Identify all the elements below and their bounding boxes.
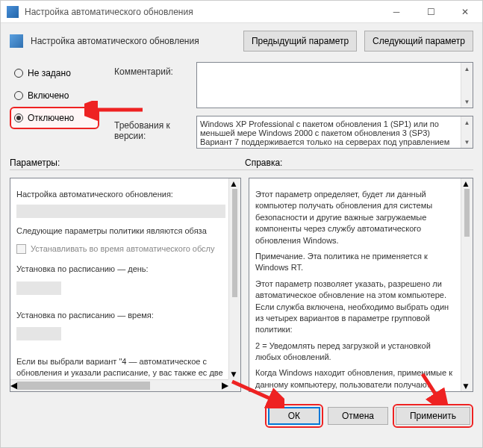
param-combo[interactable] — [16, 205, 225, 218]
radio-icon — [14, 113, 23, 122]
top-params: Не задано Включено Отключено Комментарий… — [1, 56, 482, 152]
comment-label: Комментарий: — [114, 62, 189, 108]
radio-label: Включено — [28, 90, 69, 101]
cb-install-maintenance[interactable]: Устанавливать во время автоматического о… — [16, 242, 225, 256]
scroll-down-icon[interactable]: ▼ — [461, 136, 473, 148]
help-label: Справка: — [245, 158, 473, 168]
ok-button-highlight: ОК — [265, 404, 323, 428]
help-text: Этот параметр определяет, будет ли данны… — [255, 189, 458, 246]
param-combo-label: Настройка автоматического обновления: — [16, 189, 225, 200]
radio-icon — [14, 69, 23, 78]
window-title: Настройка автоматического обновления — [25, 7, 379, 17]
scroll-up-icon[interactable]: ▲ — [461, 178, 473, 189]
radio-icon — [14, 91, 23, 100]
scroll-up-icon[interactable]: ▲ — [461, 116, 473, 128]
parameters-label: Параметры: — [10, 158, 245, 168]
help-text: Когда Windows находит обновления, примен… — [255, 367, 458, 391]
scroll-up-icon[interactable]: ▲ — [461, 63, 473, 75]
policy-icon — [10, 34, 23, 48]
prev-param-button[interactable]: Предыдущий параметр — [243, 31, 357, 52]
scroll-down-icon[interactable]: ▼ — [229, 369, 240, 379]
radio-label: Отключено — [28, 113, 74, 123]
titlebar: Настройка автоматического обновления ─ ☐… — [1, 1, 482, 23]
section-labels: Параметры: Справка: — [1, 152, 482, 169]
radio-enabled[interactable]: Включено — [10, 84, 99, 107]
page-title: Настройка автоматического обновления — [31, 36, 236, 46]
scroll-right-icon[interactable]: ▶ — [222, 380, 228, 391]
scroll-down-icon[interactable]: ▼ — [461, 96, 473, 108]
scroll-down-icon[interactable]: ▼ — [461, 381, 473, 391]
param-required-note: Следующие параметры политики являются об… — [16, 225, 225, 237]
install-time-combo[interactable] — [16, 327, 61, 340]
help-text: Примечание. Эта политика не применяется … — [255, 251, 458, 274]
radio-label: Не задано — [28, 68, 71, 78]
install-time-label: Установка по расписанию — время: — [16, 310, 225, 321]
apply-button[interactable]: Применить — [396, 407, 470, 425]
comment-field[interactable]: ▲ ▼ — [196, 62, 473, 108]
cancel-button[interactable]: Отмена — [328, 407, 388, 425]
policy-editor-window: Настройка автоматического обновления ─ ☐… — [0, 0, 483, 448]
next-param-button[interactable]: Следующий параметр — [364, 31, 473, 52]
scrollbar-vertical[interactable]: ▲ ▼ — [461, 116, 473, 148]
header-row: Настройка автоматического обновления Пре… — [1, 23, 482, 56]
footer: ОК Отмена Применить — [1, 398, 482, 434]
app-icon — [7, 6, 19, 18]
scroll-up-icon[interactable]: ▲ — [229, 178, 240, 189]
scroll-corner — [228, 379, 240, 391]
scrollbar-vertical[interactable]: ▲ ▼ — [228, 178, 240, 379]
state-radio-group: Не задано Включено Отключено — [10, 62, 99, 149]
radio-not-configured[interactable]: Не задано — [10, 62, 99, 84]
close-button[interactable]: ✕ — [448, 1, 482, 23]
checkbox-label: Устанавливать во время автоматического о… — [31, 243, 215, 255]
help-pane: Этот параметр определяет, будет ли данны… — [249, 178, 473, 392]
install-day-label: Установка по расписанию — день: — [16, 264, 225, 275]
scrollbar-horizontal[interactable]: ◀ ▶ — [10, 379, 228, 391]
scrollbar-vertical[interactable]: ▲ ▼ — [461, 63, 473, 108]
requirements-text: Windows XP Professional с пакетом обновл… — [197, 116, 461, 148]
checkbox-icon — [16, 244, 26, 254]
minimize-button[interactable]: ─ — [379, 1, 414, 23]
help-text: Этот параметр позволяет указать, разреше… — [255, 279, 458, 336]
parameters-pane: Настройка автоматического обновления: Сл… — [10, 178, 241, 392]
help-text: 2 = Уведомлять перед загрузкой и установ… — [255, 340, 458, 364]
apply-button-highlight: Применить — [393, 404, 473, 428]
ok-button[interactable]: ОК — [268, 407, 320, 425]
scrollbar-vertical[interactable]: ▲ ▼ — [461, 178, 473, 391]
scroll-left-icon[interactable]: ◀ — [10, 380, 17, 391]
radio-disabled[interactable]: Отключено — [10, 107, 99, 129]
requirements-field[interactable]: Windows XP Professional с пакетом обновл… — [196, 116, 473, 149]
requirements-label: Требования к версии: — [114, 116, 189, 149]
install-day-combo[interactable] — [16, 281, 61, 295]
maximize-button[interactable]: ☐ — [414, 1, 448, 23]
